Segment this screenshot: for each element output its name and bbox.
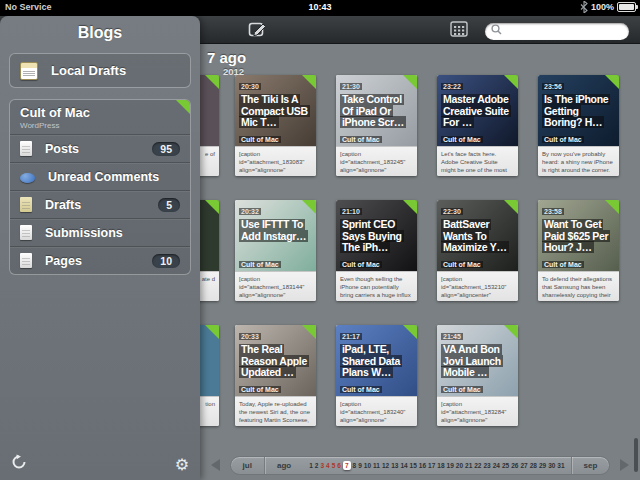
day-18[interactable]: 18: [437, 462, 444, 469]
local-drafts-item[interactable]: Local Drafts: [9, 53, 191, 88]
card-time: 21:45: [441, 333, 463, 340]
settings-button[interactable]: ⚙: [175, 457, 189, 473]
card-title: Take Control Of iPad Or iPhone Scr…: [340, 94, 413, 129]
sidebar-section-item[interactable]: Posts 95: [10, 134, 190, 162]
sidebar-item-label: Drafts: [45, 198, 158, 212]
card-source: Cult of Mac: [340, 261, 382, 268]
card-time: 21:17: [340, 333, 362, 340]
card-source: Cult of Mac: [441, 261, 483, 268]
day-16[interactable]: 16: [419, 462, 426, 469]
card-title: Want To Get Paid $625 Per Hour? J…: [542, 219, 615, 254]
day-9[interactable]: 9: [358, 462, 362, 469]
card-source: Cult of Mac: [441, 386, 483, 393]
card-source: Cult of Mac: [239, 261, 281, 268]
day-25[interactable]: 25: [502, 462, 509, 469]
day-28[interactable]: 28: [530, 462, 537, 469]
scrollbar-thumb[interactable]: [634, 438, 638, 472]
day-30[interactable]: 30: [548, 462, 555, 469]
card-time: 21:30: [340, 83, 362, 90]
card-time: 22:30: [441, 208, 463, 215]
day-8[interactable]: 8: [353, 462, 357, 469]
day-21[interactable]: 21: [465, 462, 472, 469]
month-sep[interactable]: sep: [572, 461, 610, 470]
count-badge: 10: [152, 254, 180, 268]
blog-name: Cult of Mac: [20, 105, 180, 120]
status-bar: No Service 10:43 100%: [0, 0, 640, 16]
card-time: 23:22: [441, 83, 463, 90]
sidebar-section-item[interactable]: Unread Comments: [10, 162, 190, 190]
post-card[interactable]: 20:33 The Real Reason Apple Updated … Cu…: [235, 325, 316, 426]
green-corner-badge: [302, 325, 316, 339]
next-page-arrow[interactable]: [620, 459, 629, 471]
post-card[interactable]: 23:56 Is The iPhone Getting Boring? H… C…: [538, 75, 619, 176]
day-10[interactable]: 10: [364, 462, 371, 469]
day-15[interactable]: 15: [410, 462, 417, 469]
blog-header[interactable]: Cult of Mac WordPress: [10, 100, 190, 134]
month-jul[interactable]: jul: [231, 461, 264, 470]
day-14[interactable]: 14: [400, 462, 407, 469]
day-2[interactable]: 2: [315, 462, 319, 469]
date-header: 7 ago 2012: [207, 49, 246, 77]
prev-page-arrow[interactable]: [211, 459, 220, 471]
post-card[interactable]: 21:30 Take Control Of iPad Or iPhone Scr…: [336, 75, 417, 176]
post-card[interactable]: 22:30 BattSaver Wants To Maximize Y… Cul…: [437, 200, 518, 301]
post-card[interactable]: 20:30 The Tiki Is A Compact USB Mic T… C…: [235, 75, 316, 176]
post-card[interactable]: 23:22 Master Adobe Creative Suite For … …: [437, 75, 518, 176]
sidebar-section-item[interactable]: Pages 10: [10, 246, 190, 274]
card-source: Cult of Mac: [239, 386, 281, 393]
day-20[interactable]: 20: [456, 462, 463, 469]
day-31[interactable]: 31: [557, 462, 564, 469]
day-11[interactable]: 11: [373, 462, 380, 469]
card-excerpt: By now you've probably heard: a shiny ne…: [538, 146, 619, 176]
comment-icon: [20, 173, 35, 183]
card-row: t ate d 20:32 Use IFTTT To Add Instagr… …: [138, 200, 640, 301]
day-19[interactable]: 19: [447, 462, 454, 469]
day-3[interactable]: 3: [320, 462, 324, 469]
day-7[interactable]: 7: [343, 461, 351, 470]
card-excerpt: [caption id="attachment_183245" align="a…: [336, 146, 417, 176]
post-card[interactable]: 21:45 VA And Bon Jovi Launch Mobile … Cu…: [437, 325, 518, 426]
day-12[interactable]: 12: [382, 462, 389, 469]
card-image: 22:30 BattSaver Wants To Maximize Y… Cul…: [437, 200, 518, 271]
card-source: Cult of Mac: [542, 261, 584, 268]
drafts-icon: [20, 197, 32, 212]
day-6[interactable]: 6: [337, 462, 341, 469]
day-27[interactable]: 27: [520, 462, 527, 469]
compose-button[interactable]: [248, 20, 267, 42]
green-corner-badge: [205, 325, 219, 339]
card-excerpt: Even though selling the iPhone can poten…: [336, 271, 417, 301]
day-13[interactable]: 13: [391, 462, 398, 469]
search-input[interactable]: [485, 23, 629, 40]
card-title: The Real Reason Apple Updated …: [239, 344, 312, 379]
day-22[interactable]: 22: [474, 462, 481, 469]
pages-icon: [20, 253, 32, 268]
sidebar-section-item[interactable]: Drafts 5: [10, 190, 190, 218]
card-excerpt: Let's face facts here. Adobe Creative Su…: [437, 146, 518, 176]
day-1[interactable]: 1: [309, 462, 313, 469]
day-23[interactable]: 23: [483, 462, 490, 469]
day-17[interactable]: 17: [428, 462, 435, 469]
month-ago[interactable]: ago: [265, 461, 303, 470]
day-5[interactable]: 5: [332, 462, 336, 469]
sidebar-item-label: Posts: [45, 142, 152, 156]
post-card[interactable]: 23:58 Want To Get Paid $625 Per Hour? J……: [538, 200, 619, 301]
day-24[interactable]: 24: [493, 462, 500, 469]
app-screen: No Service 10:43 100%: [0, 0, 640, 480]
card-image: 20:30 The Tiki Is A Compact USB Mic T… C…: [235, 75, 316, 146]
day-26[interactable]: 26: [511, 462, 518, 469]
blog-sections: Posts 95 Unread Comments Drafts 5 Submis…: [10, 134, 190, 274]
sidebar-section-item[interactable]: Submissions: [10, 218, 190, 246]
post-card[interactable]: 21:17 iPad, LTE, Shared Data Plans W… Cu…: [336, 325, 417, 426]
calendar-icon: [450, 20, 468, 37]
calendar-button[interactable]: [450, 20, 468, 40]
refresh-button[interactable]: [11, 454, 27, 473]
post-card[interactable]: 20:32 Use IFTTT To Add Instagr… Cult of …: [235, 200, 316, 301]
blog-group: Cult of Mac WordPress Posts 95 Unread Co…: [9, 99, 191, 275]
day-29[interactable]: 29: [539, 462, 546, 469]
day-4[interactable]: 4: [326, 462, 330, 469]
card-title: Master Adobe Creative Suite For …: [441, 94, 514, 129]
card-image: 23:56 Is The iPhone Getting Boring? H… C…: [538, 75, 619, 146]
card-image: 20:32 Use IFTTT To Add Instagr… Cult of …: [235, 200, 316, 271]
green-corner-badge: [504, 75, 518, 89]
post-card[interactable]: 21:10 Sprint CEO Says Buying The iPh… Cu…: [336, 200, 417, 301]
